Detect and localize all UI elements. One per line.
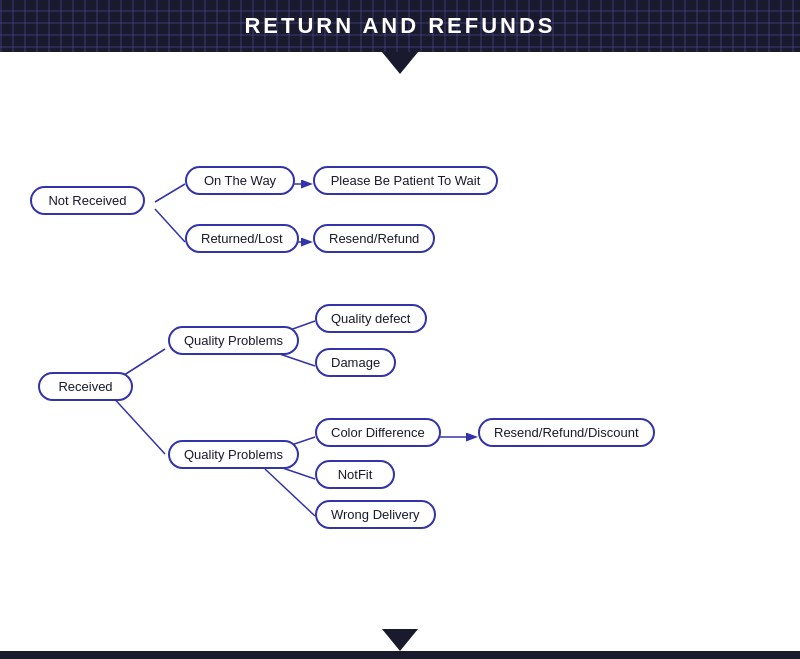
wrong-delivery-node: Wrong Delivery	[315, 500, 436, 529]
quality-problems-1-node: Quality Problems	[168, 326, 299, 355]
quality-defect-node: Quality defect	[315, 304, 427, 333]
arrow-top	[382, 52, 418, 74]
footer	[0, 651, 800, 659]
notfit-node: NotFit	[315, 460, 395, 489]
header-title: RETURN AND REFUNDS	[244, 13, 555, 39]
color-difference-node: Color Difference	[315, 418, 441, 447]
header: RETURN AND REFUNDS	[0, 0, 800, 52]
diagram: Not Received On The Way Please Be Patien…	[20, 84, 780, 634]
on-the-way-node: On The Way	[185, 166, 295, 195]
svg-line-0	[155, 184, 185, 202]
please-be-patient-node: Please Be Patient To Wait	[313, 166, 498, 195]
quality-problems-2-node: Quality Problems	[168, 440, 299, 469]
not-received-node: Not Received	[30, 186, 145, 215]
resend-refund-discount-node: Resend/Refund/Discount	[478, 418, 655, 447]
svg-line-1	[155, 209, 185, 242]
resend-refund-node: Resend/Refund	[313, 224, 435, 253]
damage-node: Damage	[315, 348, 396, 377]
returned-lost-node: Returned/Lost	[185, 224, 299, 253]
svg-line-10	[265, 469, 315, 516]
svg-line-5	[110, 394, 165, 454]
received-node: Received	[38, 372, 133, 401]
